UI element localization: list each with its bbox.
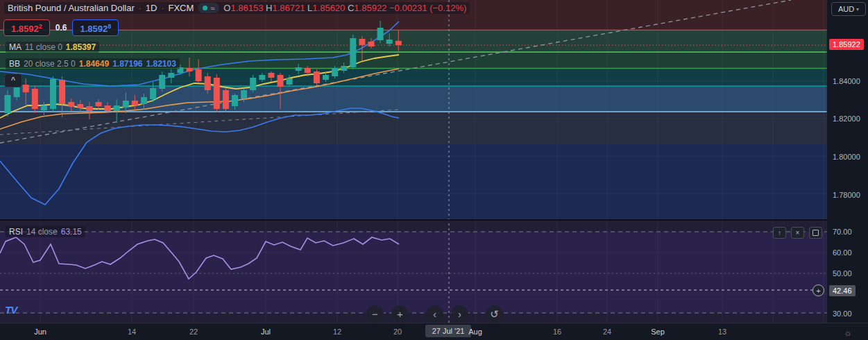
reset-chart-button[interactable]: ↺ [486,305,503,323]
theme-sun-icon[interactable]: ☼ [844,328,852,338]
arrow-up-icon: ↑ [778,229,781,237]
bb-params: 20 close 2.5 0 [24,59,76,69]
time-axis-label: Sep [651,328,665,336]
time-axis-label: 20 [393,328,402,336]
rsi-crosshair-badge: 42.46 [829,285,856,296]
separator: · [161,3,164,13]
scroll-right-button[interactable]: › [451,305,468,323]
chart-navigation-controls: − + ‹ › ↺ [366,305,503,323]
currency-dropdown[interactable]: AUD ▾ [831,2,866,16]
bb-basis-value: 1.84649 [79,59,109,69]
buy-button[interactable]: 1.85928 [72,19,119,36]
add-alert-plus-button[interactable]: + [812,284,824,296]
chevron-down-icon: ▾ [856,6,859,12]
time-axis[interactable]: 27 Jul '21 Jun1422Jul1220Aug1624Sep13 [0,323,868,340]
tradingview-logo[interactable]: TV [5,304,17,316]
time-axis-label: 14 [128,328,136,336]
plus-icon: + [397,308,403,320]
close-icon: × [796,229,800,237]
exchange-label[interactable]: FXCM [168,3,194,13]
maximize-icon [812,230,819,236]
change-value: −0.00231 (−0.12%) [389,3,466,13]
zoom-in-button[interactable]: + [391,305,409,323]
time-axis-label: Aug [468,328,482,336]
maximize-pane-button[interactable] [809,227,822,239]
market-open-dot-icon [203,6,207,10]
price-axis-label: 1.84000 [833,77,860,85]
chevron-right-icon: › [458,308,461,320]
time-axis-label: 22 [189,328,198,336]
time-axis-label: Jul [261,328,271,336]
market-status-pill[interactable]: ≈ [198,3,219,13]
interval-label[interactable]: 1D [146,3,158,13]
price-axis[interactable]: 1.840001.820001.800001.7800070.0060.0050… [827,0,868,323]
chart-canvas[interactable] [0,0,868,340]
ma-params: 11 close 0 [25,42,62,52]
collapse-legend-button[interactable]: ^ [4,74,22,87]
price-axis-label: 1.78000 [833,191,860,199]
crosshair-date-badge: 27 Jul '21 [425,325,471,337]
symbol-title[interactable]: British Pound / Australian Dollar [8,3,135,13]
price-axis-label: 50.00 [833,269,852,278]
chevron-up-icon: ^ [11,76,15,84]
separator: · [139,3,142,13]
time-axis-label: 13 [718,328,726,336]
time-axis-label: 24 [603,328,611,336]
time-axis-label: Jun [34,328,46,336]
time-axis-label: 12 [333,328,341,336]
sell-button[interactable]: 1.85922 [3,19,50,36]
symbol-legend[interactable]: British Pound / Australian Dollar · 1D ·… [4,2,470,14]
chevron-left-icon: ‹ [433,308,436,320]
bb-upper-value: 1.87196 [112,59,142,69]
bb-indicator-legend[interactable]: BB 20 close 2.5 0 1.84649 1.87196 1.8210… [6,58,180,69]
rsi-value: 63.15 [61,227,82,237]
plus-icon: + [816,287,820,295]
close-pane-button[interactable]: × [791,227,804,239]
ma-indicator-legend[interactable]: MA 11 close 0 1.85397 [6,42,99,53]
ma-value: 1.85397 [66,42,96,52]
rsi-indicator-legend[interactable]: RSI 14 close 63.15 [6,226,85,237]
reset-icon: ↺ [490,308,499,321]
move-pane-up-button[interactable]: ↑ [773,227,786,239]
price-axis-label: 1.82000 [833,114,860,123]
price-axis-label: 30.00 [833,309,852,318]
quote-panel: 1.85922 0.6 1.85928 [3,19,119,36]
delayed-data-icon: ≈ [210,4,214,12]
last-price-badge: 1.85922 [829,39,864,50]
price-axis-label: 70.00 [833,228,852,236]
spread-value: 0.6 [56,23,67,33]
bb-lower-value: 1.82103 [146,59,176,69]
time-axis-label: 16 [553,328,561,336]
scroll-left-button[interactable]: ‹ [426,305,443,323]
zoom-out-button[interactable]: − [366,305,384,323]
ohlc-values: O1.86153 H1.86721 L1.85620 C1.85922 −0.0… [223,3,466,13]
rsi-params: 14 close [26,227,58,237]
price-axis-label: 1.80000 [833,153,860,161]
rsi-pane-controls: ↑ × [773,227,822,239]
minus-icon: − [372,308,378,320]
trading-chart-window: 1.840001.820001.800001.7800070.0060.0050… [0,0,868,340]
price-axis-label: 60.00 [833,248,852,257]
